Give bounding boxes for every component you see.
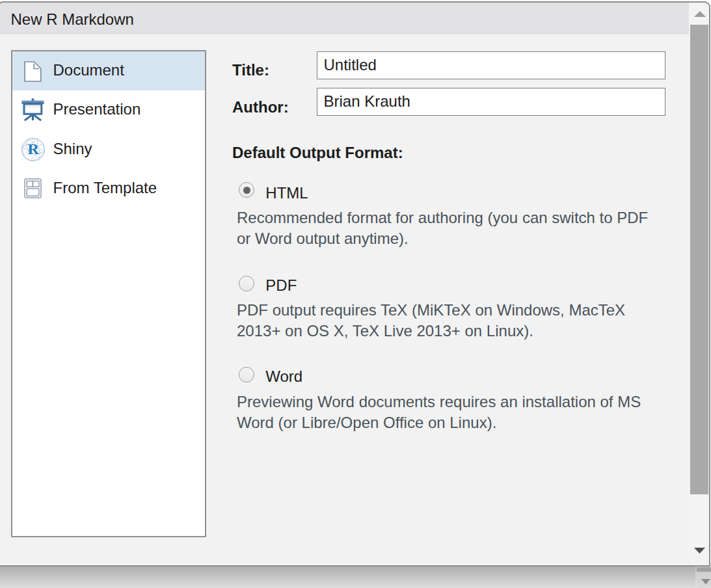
svg-text:R: R: [28, 140, 40, 157]
